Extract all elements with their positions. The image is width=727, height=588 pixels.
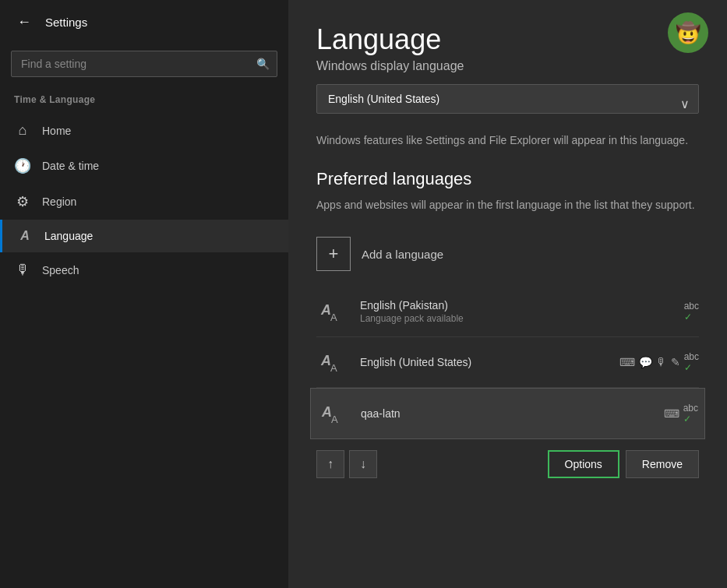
lang-sub-en-pk: Language pack available (360, 313, 675, 324)
badge-abc-qaa: abc✓ (683, 403, 698, 424)
svg-text:A: A (321, 404, 332, 420)
lang-badges-en-us: ⌨ 💬 🎙 ✎ abc✓ (619, 351, 699, 373)
sidebar-item-speech-label: Speech (42, 264, 79, 276)
sidebar-item-home-label: Home (42, 125, 71, 137)
badge-keyboard-qaa: ⌨ (664, 407, 679, 420)
lang-info-qaa-latn: qaa-latn (361, 407, 655, 420)
display-language-dropdown[interactable]: English (United States) (316, 84, 699, 114)
sidebar-item-language-label: Language (44, 230, 93, 242)
add-language-label: Add a language (362, 248, 443, 261)
add-language-button[interactable]: + Add a language (316, 229, 699, 279)
badge-handwriting: ✎ (671, 356, 680, 368)
language-item-en-pk[interactable]: A A English (Pakistan) Language pack ava… (316, 287, 699, 337)
svg-text:A: A (330, 312, 337, 323)
language-icon: A (16, 229, 34, 243)
action-buttons: Options Remove (548, 450, 699, 478)
sidebar-item-region[interactable]: ⚙ Region (0, 184, 288, 220)
sidebar-item-datetime-label: Date & time (42, 160, 99, 172)
sidebar-item-home[interactable]: ⌂ Home (0, 113, 288, 148)
options-button[interactable]: Options (548, 450, 619, 478)
language-icon-qaa-latn: A A (317, 396, 351, 431)
badge-mic: 🎙 (656, 356, 667, 368)
lang-info-en-us: English (United States) (360, 356, 610, 368)
language-item-qaa-latn[interactable]: A A qaa-latn ⌨ abc✓ (310, 388, 705, 439)
language-item-en-us[interactable]: A A English (United States) ⌨ 💬 🎙 ✎ abc✓ (316, 337, 699, 388)
page-title: Language (316, 23, 699, 56)
badge-keyboard: ⌨ (619, 356, 635, 368)
avatar-area: 🤠 (668, 12, 708, 53)
preferred-languages-description: Apps and websites will appear in the fir… (316, 197, 699, 213)
back-button[interactable]: ← (12, 11, 36, 33)
badge-abc: abc✓ (684, 351, 699, 373)
section-label: Time & Language (0, 90, 288, 113)
lang-badges-en-pk: abc✓ (684, 301, 699, 322)
language-list: A A English (Pakistan) Language pack ava… (316, 287, 699, 439)
move-buttons: ↑ ↓ (316, 450, 377, 478)
svg-text:A: A (320, 353, 331, 368)
home-icon: ⌂ (14, 122, 31, 139)
sidebar-title: Settings (45, 16, 87, 29)
sidebar-item-region-label: Region (42, 195, 76, 208)
main-content: 🤠 Language Windows display language Engl… (288, 0, 727, 588)
language-icon-en-pk: A A (316, 294, 351, 329)
lang-badges-qaa-latn: ⌨ abc✓ (664, 403, 698, 424)
clock-icon: 🕐 (14, 157, 31, 174)
svg-text:A: A (331, 414, 338, 425)
search-input[interactable] (11, 51, 277, 77)
sidebar-item-language[interactable]: A Language (0, 220, 288, 252)
badge-abc-check: abc✓ (684, 301, 699, 322)
badge-speech-bubble: 💬 (639, 356, 652, 368)
region-icon: ⚙ (14, 193, 31, 210)
svg-text:A: A (320, 302, 331, 318)
language-icon-en-us: A A (316, 345, 351, 379)
display-language-description: Windows features like Settings and File … (316, 132, 699, 149)
display-language-dropdown-wrapper: English (United States) ∨ (316, 84, 699, 123)
lang-name-qaa-latn: qaa-latn (361, 407, 655, 420)
lang-info-en-pk: English (Pakistan) Language pack availab… (360, 299, 675, 324)
plus-icon: + (316, 237, 351, 271)
move-down-button[interactable]: ↓ (349, 450, 377, 478)
sidebar-item-speech[interactable]: 🎙 Speech (0, 252, 288, 287)
svg-text:A: A (330, 362, 337, 374)
preferred-languages-heading: Preferred languages (316, 169, 699, 189)
windows-display-language-heading: Windows display language (316, 59, 699, 73)
language-action-row: ↑ ↓ Options Remove (316, 439, 699, 483)
sidebar: ← Settings 🔍 Time & Language ⌂ Home 🕐 Da… (0, 0, 288, 588)
microphone-icon: 🎙 (14, 262, 31, 278)
avatar: 🤠 (668, 12, 708, 53)
move-up-button[interactable]: ↑ (316, 450, 344, 478)
remove-button[interactable]: Remove (626, 450, 699, 478)
lang-name-en-pk: English (Pakistan) (360, 299, 675, 312)
search-box-container: 🔍 (11, 51, 277, 77)
sidebar-header: ← Settings (0, 0, 288, 44)
sidebar-item-datetime[interactable]: 🕐 Date & time (0, 148, 288, 184)
lang-name-en-us: English (United States) (360, 356, 610, 368)
search-icon: 🔍 (256, 58, 270, 70)
